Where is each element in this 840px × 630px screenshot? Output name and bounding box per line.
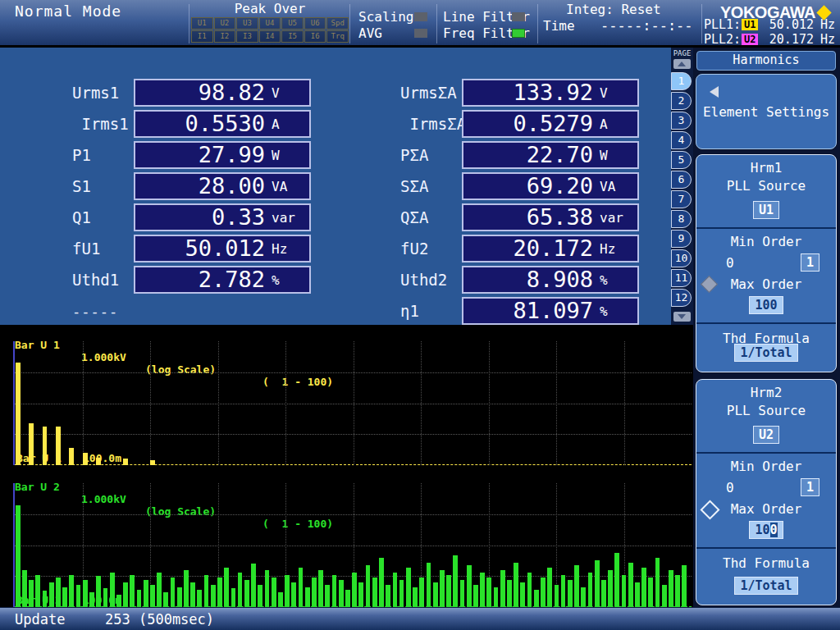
harmonic-bar-order-13 [96,458,101,465]
divider [696,547,836,549]
page-tab-8[interactable]: 8 [671,210,692,228]
max-order-label: Max Order [696,276,836,292]
thd-formula-value[interactable]: 1/Total [734,344,797,362]
element-settings-label: Element Settings [696,104,836,120]
line-filter-state-icon [512,12,525,21]
harmonic-bar-order-35 [244,580,249,607]
measurement-row: QΣA65.38var [0,203,693,231]
harmonic-bar-order-69 [473,585,478,607]
measurement-unit: % [593,304,637,319]
harmonic-bar-order-8 [62,587,67,607]
divider [696,227,836,229]
harmonic-bar-order-84 [574,565,579,607]
pll-source-label: PLL Source [696,178,836,194]
peak-over-indicator: I4 [259,30,281,43]
page-scroll-down-icon[interactable] [673,312,691,322]
harmonic-bar-order-7 [56,578,61,607]
page-tab-4[interactable]: 4 [671,131,692,149]
harmonic-bar-order-23 [163,592,168,607]
measurement-value: 65.38 [463,205,593,230]
harmonic-bar-order-40 [278,592,283,607]
thd-formula-value[interactable]: 1/Total [734,577,797,595]
page-scroll-up-icon[interactable] [673,59,691,69]
measurement-label: QΣA [400,203,428,231]
harmonic-bar-order-93 [635,582,640,607]
harmonic-bar-order-71 [486,578,491,607]
min-order-value[interactable]: 1 [801,478,819,496]
page-tab-2[interactable]: 2 [671,92,692,110]
page-tab-7[interactable]: 7 [671,190,692,208]
harmonic-bar-order-21 [150,585,155,607]
pll2-source-chip: U2 [742,34,758,45]
page-tab-1[interactable]: 1 [671,72,692,90]
harmonic-bar-order-64 [440,570,445,607]
element-settings-button[interactable]: Element Settings [696,74,837,149]
measurement-value: 81.097 [463,299,593,323]
grid-hline [15,404,692,404]
harmonic-bar-order-49 [339,580,344,607]
time-value: -----:--:-- [600,17,693,34]
back-arrow-icon [710,86,719,98]
harmonic-bar-order-16 [116,595,121,607]
menu-title: Harmonics [696,51,836,71]
harmonic-bar-order-78 [534,590,539,607]
harmonic-bar-order-94 [641,568,646,607]
harmonic-bar-order-75 [514,563,518,607]
pll-source-value[interactable]: U1 [753,201,779,219]
harmonic-bar-order-62 [427,563,431,607]
measurement-panel: Urms198.82V Irms10.5530AP127.99WS128.00V… [0,48,693,325]
max-order-value[interactable]: 100 [749,296,783,314]
harmonic-bar-order-81 [555,585,559,607]
harmonic-bar-order-73 [500,570,505,607]
harmonic-bar-order-17 [123,582,128,607]
harmonic-bar-order-83 [568,580,573,607]
page-tab-10[interactable]: 10 [671,249,692,267]
measurement-unit: VA [593,179,637,194]
min-order-value[interactable]: 1 [801,253,819,272]
chart1-plot: Bar U 1 100.0m [13,341,692,465]
grid-hline [15,434,692,435]
measurement-label: η1 [400,297,419,325]
harmonic-bar-order-33 [231,588,236,607]
harmonic-bar-order-90 [614,553,619,607]
header-divider [701,4,702,43]
page-tab-3[interactable]: 3 [671,112,692,130]
measurement-label: fU2 [400,235,428,262]
measurement-unit: % [593,272,637,288]
measurement-row: IrmsΣA0.5279A [0,110,693,138]
measurement-row: SΣA69.20VA [0,172,693,200]
page-tab-5[interactable]: 5 [671,151,692,169]
pll1-source-chip: U1 [742,19,758,30]
group-name: Hrm1 [696,160,836,176]
harmonic-bar-order-48 [332,575,337,607]
max-order-value[interactable]: 100 [749,521,783,539]
page-tab-6[interactable]: 6 [671,171,692,189]
harmonic-bar-order-36 [251,564,256,607]
group-name: Hrm2 [696,385,836,400]
harmonic-bar-order-38 [265,570,270,607]
harmonic-bar-order-15 [110,573,115,607]
harmonic-bar-order-86 [588,573,593,607]
measurement-unit: A [593,116,637,132]
page-tab-11[interactable]: 11 [671,269,692,287]
page-tab-12[interactable]: 12 [671,289,692,307]
peak-over-indicator: U3 [236,17,258,30]
harmonic-bar-order-82 [561,575,566,607]
harmonic-bar-order-43 [299,568,304,607]
harmonic-bar-order-63 [433,582,438,607]
harmonic-bar-order-30 [211,585,216,607]
pll2-label: PLL2: [704,32,742,47]
page-tab-9[interactable]: 9 [671,230,692,248]
harmonic-bar-order-26 [184,570,189,607]
harmonic-bar-order-91 [622,575,627,607]
measurement-value: 8.908 [463,267,593,292]
pll-source-value[interactable]: U2 [753,426,779,444]
harmonic-bar-order-53 [366,565,371,607]
harmonic-bar-order-1 [16,505,21,607]
measurement-value-box: 69.20VA [462,172,639,200]
harmonic-bar-order-74 [507,580,512,607]
measurement-label: UrmsΣA [400,79,457,107]
pll1-unit: Hz [814,17,835,32]
measurement-value: 20.172 [463,236,593,261]
harmonic-bar-order-87 [595,560,600,607]
